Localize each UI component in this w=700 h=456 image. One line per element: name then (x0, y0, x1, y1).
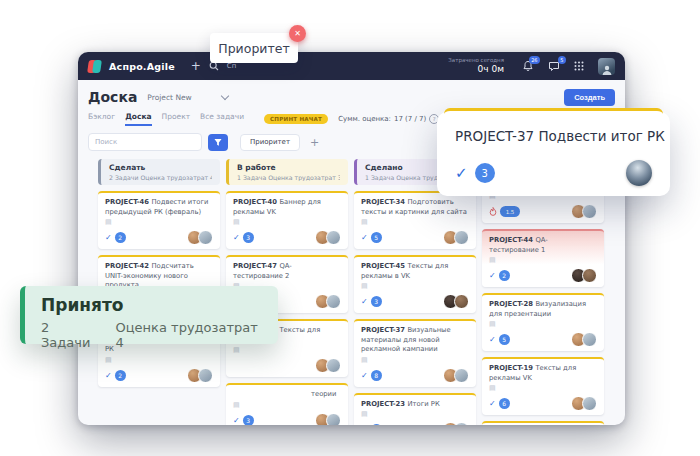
task-card[interactable]: PROJECT-37 Визуальные материалы для ново… (354, 319, 476, 387)
estimate-badge: 3 (243, 232, 254, 243)
estimate-badge: 6 (371, 424, 382, 425)
estimate-badge: 3 (243, 415, 254, 425)
task-card-title: PROJECT-46 Подвести итоги предыдущей РК … (105, 198, 213, 217)
create-button[interactable]: Создать (564, 89, 615, 106)
score-value: 17 (7 / 7) (394, 115, 426, 123)
chevron-down-icon[interactable] (221, 92, 229, 100)
assignee-avatars (443, 294, 469, 309)
messages-count-badge: 5 (558, 56, 566, 64)
check-icon: ✓ (361, 371, 368, 380)
board-column: ▤1.5PROJECT-44 QA-тестирование 1▤✓2PROJE… (482, 159, 604, 425)
screenshot-stage: Аспро.Agile + Сп Затрачено сегодня 0ч 0м… (0, 0, 700, 456)
column-header: Сделать2 Задачи Оценка трудозатрат 4 (98, 159, 220, 185)
description-icon: ▤ (105, 219, 213, 226)
add-icon[interactable]: + (191, 60, 201, 72)
description-icon: ▤ (233, 402, 341, 409)
filter-button[interactable] (208, 134, 228, 151)
description-icon: ▤ (489, 257, 597, 264)
notifications-bell-icon[interactable]: 26 (522, 60, 534, 72)
check-icon: ✓ (489, 399, 496, 408)
description-icon: ▤ (105, 357, 213, 364)
assignee-avatar (454, 294, 469, 309)
assignee-avatar (198, 230, 213, 245)
floating-card-title: PROJECT-37 Подвести итог РК (455, 128, 652, 144)
tabs: БэклогДоскаПроектВсе задачи (88, 112, 244, 126)
time-tracked-label: Затрачено сегодня (448, 57, 504, 64)
user-avatar[interactable] (598, 58, 615, 75)
task-card[interactable]: PROJECT-46 Подвести итоги предыдущей РК … (98, 191, 220, 249)
task-card[interactable]: PROJECT-40 Баннер для рекламы VK▤✓3 (226, 191, 348, 249)
tab-Проект[interactable]: Проект (162, 112, 191, 126)
assignee-avatars (187, 230, 213, 245)
description-icon: ▤ (361, 219, 469, 226)
estimate-badge: 3 (371, 296, 382, 307)
estimate-badge: 2 (499, 270, 510, 281)
estimate-badge: 5 (371, 232, 382, 243)
assignee-avatars (315, 358, 341, 373)
assignee-avatars (187, 368, 213, 383)
app-name: Аспро.Agile (109, 61, 175, 72)
assignee-avatar (454, 368, 469, 383)
description-icon: ▤ (361, 283, 469, 290)
task-card-title: PROJECT-19 Тексты для рекламы VK (489, 364, 597, 383)
task-card[interactable]: PROJECT-16 Подвести итоги РК▤ (482, 421, 604, 425)
task-card[interactable]: PROJECT-34 Подготовить тексты и картинки… (354, 191, 476, 249)
check-icon: ✓ (455, 164, 468, 182)
assignee-avatars (571, 268, 597, 283)
tab-Доска[interactable]: Доска (125, 112, 151, 126)
floating-task-card[interactable]: PROJECT-37 Подвести итог РК ✓ 3 (437, 112, 670, 196)
estimate-badge: 5 (499, 334, 510, 345)
check-icon: ✓ (489, 271, 496, 280)
board-column: Сделать2 Задачи Оценка трудозатрат 4PROJ… (98, 159, 220, 387)
check-icon: ✓ (105, 371, 112, 380)
task-card-title: PROJECT-45 Тексты для рекламы в VK (361, 262, 469, 281)
description-icon: ▤ (489, 385, 597, 392)
assignee-avatar (326, 230, 341, 245)
nav-item-partial[interactable]: Сп (227, 62, 236, 70)
filter-chip-priority[interactable]: Приоритет (240, 134, 300, 151)
description-icon: ▤ (489, 321, 597, 328)
accepted-tasks-count: 2 Задачи (41, 320, 100, 350)
assignee-avatars (443, 230, 469, 245)
task-card[interactable]: теории▤✓3 (226, 383, 348, 425)
accepted-title: Принято (41, 295, 262, 315)
column-subtitle: 1 Задача Оценка трудозатрат 3 (237, 174, 340, 181)
apps-grid-icon[interactable] (574, 61, 584, 71)
app-logo-icon (88, 60, 101, 73)
accepted-column-panel: Принято 2 Задачи Оценка трудозатрат 4 (20, 286, 278, 344)
close-icon[interactable]: ✕ (289, 25, 306, 42)
assignee-avatars (571, 332, 597, 347)
task-card[interactable]: PROJECT-28 Визуализация для презентации▤… (482, 293, 604, 351)
estimate-badge: 2 (115, 370, 126, 381)
column-header: В работе1 Задача Оценка трудозатрат 3 (226, 159, 348, 185)
task-card-title: PROJECT-23 Итоги РК (361, 400, 469, 410)
assignee-avatar (326, 358, 341, 373)
estimate-badge: 1.5 (500, 206, 520, 217)
tab-Все задачи[interactable]: Все задачи (200, 112, 244, 126)
task-card[interactable]: PROJECT-45 Тексты для рекламы в VK▤✓3 (354, 255, 476, 313)
assignee-avatars (315, 294, 341, 309)
messages-icon[interactable]: 5 (548, 60, 560, 72)
assignee-avatars (571, 396, 597, 411)
check-icon: ✓ (233, 416, 240, 425)
assignee-avatars (443, 368, 469, 383)
deadline-fire-icon (489, 207, 497, 216)
assignee-avatar (582, 396, 597, 411)
project-selector[interactable]: Project New (147, 93, 191, 102)
add-filter-button[interactable]: + (310, 137, 319, 148)
board-column: Сделано1 Задача Оценка трудозатратPROJEC… (354, 159, 476, 425)
description-icon: ▤ (361, 411, 469, 418)
task-card-title: PROJECT-28 Визуализация для презентации (489, 300, 597, 319)
search-input[interactable] (88, 133, 202, 151)
priority-tooltip-label: Приоритет (218, 41, 289, 56)
column-title: В работе (237, 163, 340, 172)
tab-Бэклог[interactable]: Бэклог (88, 112, 115, 126)
task-card[interactable]: PROJECT-19 Тексты для рекламы VK▤✓6 (482, 357, 604, 415)
task-card[interactable]: PROJECT-44 QA-тестирование 1▤✓2 (482, 229, 604, 287)
estimate-badge: 3 (475, 163, 495, 183)
check-icon: ✓ (489, 335, 496, 344)
estimate-badge: 2 (115, 232, 126, 243)
app-header: Аспро.Agile + Сп Затрачено сегодня 0ч 0м… (78, 52, 625, 80)
assignee-avatar (198, 368, 213, 383)
task-card[interactable]: PROJECT-23 Итоги РК▤✓6 (354, 393, 476, 425)
